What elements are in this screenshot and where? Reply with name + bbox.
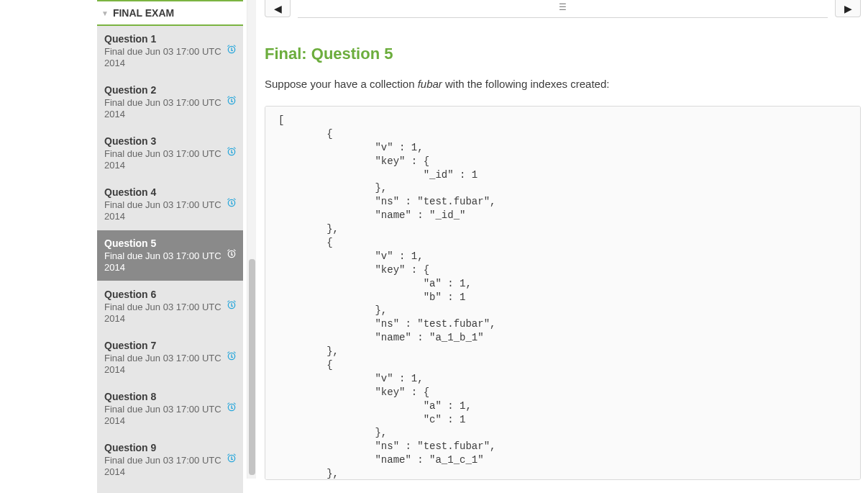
question-title: Question 8 <box>104 391 221 404</box>
question-title: Question 6 <box>104 289 221 302</box>
question-due: Final due Jun 03 17:00 UTC 2014 <box>104 353 221 376</box>
prompt-collection-name: fubar <box>418 78 442 90</box>
scrollbar-track[interactable] <box>247 0 256 479</box>
sidebar-item-question-3[interactable]: Question 3Final due Jun 03 17:00 UTC 201… <box>97 128 243 179</box>
question-title: Question 7 <box>104 340 221 353</box>
question-title: Question 1 <box>104 33 221 46</box>
arrow-left-icon: ◀ <box>274 3 282 14</box>
topbar: ◀ ☰ ▶ <box>265 0 861 19</box>
prompt-text-suffix: with the following indexes created: <box>442 78 610 90</box>
sidebar-item-question-2[interactable]: Question 2Final due Jun 03 17:00 UTC 201… <box>97 77 243 128</box>
question-due: Final due Jun 03 17:00 UTC 2014 <box>104 404 221 428</box>
question-title: Question 3 <box>104 135 221 148</box>
alarm-icon <box>226 95 237 109</box>
list-icon[interactable]: ☰ <box>559 2 567 12</box>
sidebar-item-question-1[interactable]: Question 1Final due Jun 03 17:00 UTC 201… <box>97 26 243 77</box>
sidebar-item-question-4[interactable]: Question 4Final due Jun 03 17:00 UTC 201… <box>97 179 243 230</box>
sidebar-item-question-5[interactable]: Question 5Final due Jun 03 17:00 UTC 201… <box>97 230 243 281</box>
prev-button[interactable]: ◀ <box>265 0 291 17</box>
section-header[interactable]: ▼ FINAL EXAM <box>97 0 243 26</box>
question-list: Question 1Final due Jun 03 17:00 UTC 201… <box>97 26 243 493</box>
alarm-icon <box>226 146 237 160</box>
arrow-right-icon: ▶ <box>844 3 852 14</box>
question-due: Final due Jun 03 17:00 UTC 2014 <box>104 97 221 121</box>
question-due: Final due Jun 03 17:00 UTC 2014 <box>104 46 221 70</box>
question-prompt: Suppose your have a collection fubar wit… <box>265 78 861 90</box>
question-due: Final due Jun 03 17:00 UTC 2014 <box>104 455 221 479</box>
toolbar-center: ☰ <box>298 1 828 18</box>
sidebar-item-question-10[interactable]: Question 10Final due Jun 03 17:00 UTC 20… <box>97 486 243 493</box>
alarm-icon <box>226 402 237 416</box>
main-content: ◀ ☰ ▶ Final: Question 5 Suppose your hav… <box>256 0 868 493</box>
question-due: Final due Jun 03 17:00 UTC 2014 <box>104 199 221 223</box>
question-due: Final due Jun 03 17:00 UTC 2014 <box>104 250 221 274</box>
prompt-text-prefix: Suppose your have a collection <box>265 78 418 90</box>
question-due: Final due Jun 03 17:00 UTC 2014 <box>104 302 221 325</box>
scrollbar-thumb[interactable] <box>249 259 255 475</box>
alarm-icon <box>226 44 237 58</box>
sidebar-item-question-7[interactable]: Question 7Final due Jun 03 17:00 UTC 201… <box>97 333 243 384</box>
sidebar-scroll-gutter <box>243 0 256 493</box>
alarm-icon <box>226 453 237 467</box>
alarm-icon <box>226 248 237 263</box>
question-title: Question 4 <box>104 186 221 199</box>
sidebar: ▼ FINAL EXAM Question 1Final due Jun 03 … <box>0 0 243 493</box>
next-button[interactable]: ▶ <box>835 0 861 17</box>
alarm-icon <box>226 197 237 212</box>
caret-down-icon: ▼ <box>101 9 109 17</box>
question-due: Final due Jun 03 17:00 UTC 2014 <box>104 148 221 172</box>
sidebar-item-question-8[interactable]: Question 8Final due Jun 03 17:00 UTC 201… <box>97 384 243 435</box>
question-title: Question 9 <box>104 442 221 455</box>
question-title: Question 2 <box>104 84 221 97</box>
alarm-icon <box>226 299 237 314</box>
code-block: [ { "v" : 1, "key" : { "_id" : 1 }, "ns"… <box>265 106 861 480</box>
sidebar-item-question-6[interactable]: Question 6Final due Jun 03 17:00 UTC 201… <box>97 281 243 333</box>
page-title: Final: Question 5 <box>265 45 861 63</box>
question-title: Question 5 <box>104 238 221 250</box>
alarm-icon <box>226 350 237 365</box>
sidebar-item-question-9[interactable]: Question 9Final due Jun 03 17:00 UTC 201… <box>97 435 243 486</box>
section-title: FINAL EXAM <box>113 7 174 19</box>
